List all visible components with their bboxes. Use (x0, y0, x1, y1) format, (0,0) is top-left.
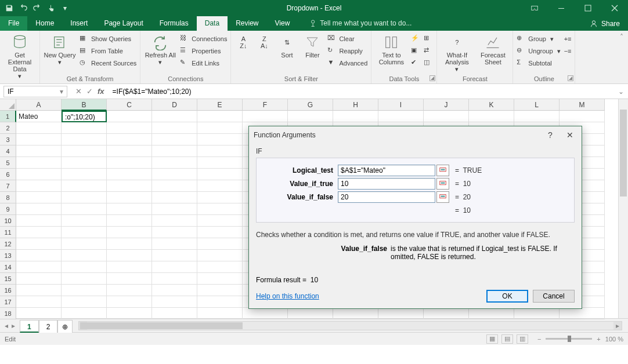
cell-F18[interactable] (243, 308, 288, 319)
cell-B16[interactable] (62, 285, 107, 296)
save-icon[interactable] (5, 3, 14, 13)
help-link[interactable]: Help on this function (256, 292, 319, 300)
tab-page-layout[interactable]: Page Layout (96, 16, 151, 31)
group-rows-button[interactable]: ⊕Group ▾ (517, 33, 560, 45)
cell-A17[interactable] (16, 296, 62, 308)
cell-E16[interactable] (197, 285, 243, 296)
cell-A14[interactable] (16, 261, 62, 273)
row-head-13[interactable]: 13 (0, 250, 16, 261)
cell-M18[interactable] (560, 308, 605, 319)
cell-C11[interactable] (107, 227, 152, 238)
col-head-I[interactable]: I (378, 99, 424, 111)
sheet-nav-next-icon[interactable]: ▸ (12, 322, 15, 330)
row-head-17[interactable]: 17 (0, 296, 16, 308)
cell-D10[interactable] (152, 215, 197, 227)
zoom-level[interactable]: 100 % (605, 336, 623, 343)
cell-L18[interactable] (514, 308, 560, 319)
row-head-14[interactable]: 14 (0, 261, 16, 273)
advanced-button[interactable]: ▼Advanced (327, 57, 367, 69)
consolidate-button[interactable]: ⊞ (424, 33, 433, 45)
share-button[interactable]: Share (582, 16, 628, 31)
redo-icon[interactable] (33, 3, 42, 13)
cell-D1[interactable] (152, 111, 197, 122)
properties-button[interactable]: ☰Properties (180, 45, 227, 57)
cell-A2[interactable] (16, 122, 62, 134)
cell-D16[interactable] (152, 285, 197, 296)
cell-E4[interactable] (197, 145, 243, 157)
dialog-title-bar[interactable]: Function Arguments ? ✕ (249, 126, 582, 144)
arg-input-value-if-false[interactable] (338, 191, 435, 203)
collapse-ribbon-icon[interactable]: ˄ (615, 31, 628, 83)
get-external-data-button[interactable]: Get External Data▾ (3, 33, 36, 79)
normal-view-icon[interactable]: ▦ (486, 334, 498, 344)
sort-za-button[interactable]: ZA↓ (255, 33, 273, 52)
cell-G1[interactable] (288, 111, 333, 122)
col-head-G[interactable]: G (288, 99, 333, 111)
hide-detail-button[interactable]: −≡ (564, 45, 572, 57)
tell-me[interactable]: Tell me what you want to do... (301, 16, 420, 31)
col-head-A[interactable]: A (16, 99, 62, 111)
ok-button[interactable]: OK (486, 290, 528, 303)
row-head-16[interactable]: 16 (0, 285, 16, 296)
cell-C5[interactable] (107, 157, 152, 169)
tab-review[interactable]: Review (228, 16, 266, 31)
dialog-help-icon[interactable]: ? (543, 128, 557, 142)
row-head-1[interactable]: 1 (0, 111, 16, 122)
touch-mode-icon[interactable] (46, 3, 56, 13)
tab-view[interactable]: View (267, 16, 298, 31)
cell-A8[interactable] (16, 192, 62, 203)
new-sheet-button[interactable]: ⊕ (57, 320, 73, 333)
collapse-dialog-icon-2[interactable] (436, 178, 449, 190)
new-query-button[interactable]: New Query▾ (44, 33, 76, 65)
cell-A3[interactable] (16, 134, 62, 145)
row-head-3[interactable]: 3 (0, 134, 16, 145)
cell-A7[interactable] (16, 180, 62, 192)
vertical-scrollbar[interactable] (618, 99, 628, 318)
cell-B3[interactable] (62, 134, 107, 145)
cell-C15[interactable] (107, 273, 152, 285)
cell-D6[interactable] (152, 169, 197, 180)
flash-fill-button[interactable]: ⚡ (411, 33, 420, 45)
cell-B15[interactable] (62, 273, 107, 285)
cell-D11[interactable] (152, 227, 197, 238)
cell-E17[interactable] (197, 296, 243, 308)
from-table-button[interactable]: ▤From Table (80, 45, 136, 57)
cell-B9[interactable] (62, 203, 107, 215)
cell-E11[interactable] (197, 227, 243, 238)
cell-D9[interactable] (152, 203, 197, 215)
cell-C13[interactable] (107, 250, 152, 261)
row-head-4[interactable]: 4 (0, 145, 16, 157)
select-all-corner[interactable] (0, 99, 16, 111)
tab-file[interactable]: File (0, 16, 27, 31)
close-icon[interactable] (601, 0, 628, 16)
ribbon-options-icon[interactable] (521, 0, 548, 16)
text-to-columns-button[interactable]: Text to Columns (375, 33, 407, 65)
tab-formulas[interactable]: Formulas (151, 16, 197, 31)
subtotal-button[interactable]: ΣSubtotal (517, 57, 560, 69)
tab-insert[interactable]: Insert (62, 16, 96, 31)
cell-C6[interactable] (107, 169, 152, 180)
cell-C18[interactable] (107, 308, 152, 319)
row-head-18[interactable]: 18 (0, 308, 16, 319)
cell-B18[interactable] (62, 308, 107, 319)
col-head-M[interactable]: M (560, 99, 605, 111)
cell-C12[interactable] (107, 238, 152, 250)
reapply-button[interactable]: ↻Reapply (327, 45, 367, 57)
whatif-button[interactable]: ?What-If Analysis▾ (441, 33, 473, 72)
cell-E6[interactable] (197, 169, 243, 180)
cell-A16[interactable] (16, 285, 62, 296)
cell-B4[interactable] (62, 145, 107, 157)
cell-E5[interactable] (197, 157, 243, 169)
cell-B5[interactable] (62, 157, 107, 169)
expand-formula-icon[interactable]: ⌄ (614, 88, 628, 96)
cell-J1[interactable] (424, 111, 469, 122)
sort-az-button[interactable]: AZ↓ (234, 33, 252, 52)
arg-input-value-if-true[interactable] (338, 178, 435, 190)
cell-A6[interactable] (16, 169, 62, 180)
cell-B2[interactable] (62, 122, 107, 134)
cell-C14[interactable] (107, 261, 152, 273)
cell-H18[interactable] (333, 308, 378, 319)
cell-B12[interactable] (62, 238, 107, 250)
zoom-out-icon[interactable]: − (537, 336, 541, 343)
clear-button[interactable]: ⌧Clear (327, 33, 367, 45)
